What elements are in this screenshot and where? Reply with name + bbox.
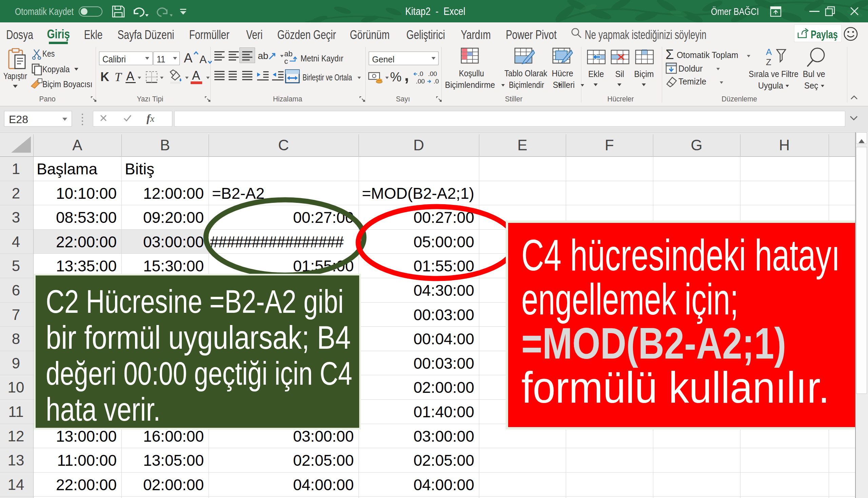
svg-text:A: A (199, 53, 207, 65)
svg-text:A: A (766, 48, 772, 57)
svg-text:ab: ab (258, 51, 268, 61)
svg-text:A: A (184, 51, 193, 64)
svg-text:c: c (284, 57, 288, 65)
svg-text:Z: Z (766, 57, 771, 67)
